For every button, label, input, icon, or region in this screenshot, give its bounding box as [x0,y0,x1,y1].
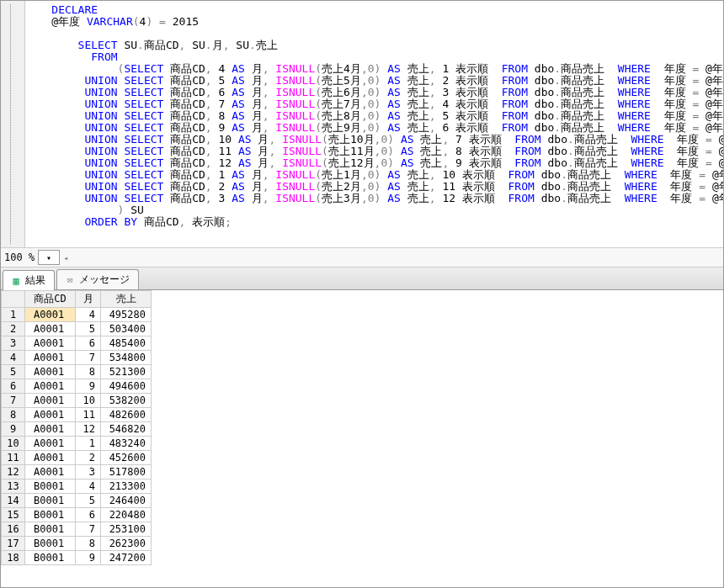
cell-rownum[interactable]: 10 [2,437,25,451]
cell-month[interactable]: 9 [76,551,101,565]
cell-sales[interactable]: 262300 [101,537,152,551]
cell-rownum[interactable]: 15 [2,508,25,522]
cell-rownum[interactable]: 2 [2,322,25,336]
cell-rownum[interactable]: 4 [2,351,25,365]
cell-product[interactable]: A0001 [25,308,76,322]
cell-rownum[interactable]: 9 [2,422,25,437]
cell-rownum[interactable]: 16 [2,522,25,537]
cell-rownum[interactable]: 7 [2,394,25,408]
cell-sales[interactable]: 220480 [101,508,152,522]
zoom-dropdown[interactable]: ▾ [38,250,60,265]
cell-sales[interactable]: 517800 [101,465,152,479]
cell-month[interactable]: 4 [76,479,101,494]
cell-month[interactable]: 8 [76,537,101,551]
cell-month[interactable]: 12 [76,422,101,437]
table-row[interactable]: 3A00016485400 [2,336,152,351]
cell-sales[interactable]: 546820 [101,422,152,437]
cell-sales[interactable]: 485400 [101,336,152,351]
table-row[interactable]: 6A00019494600 [2,379,152,394]
cell-month[interactable]: 4 [76,308,101,322]
col-month[interactable]: 月 [76,291,101,308]
cell-rownum[interactable]: 1 [2,308,25,322]
cell-sales[interactable]: 247200 [101,551,152,565]
col-rownum[interactable] [2,291,25,308]
cell-product[interactable]: B0001 [25,537,76,551]
cell-product[interactable]: A0001 [25,465,76,479]
col-product[interactable]: 商品CD [25,291,76,308]
cell-sales[interactable]: 253100 [101,522,152,537]
table-row[interactable]: 8A000111482600 [2,408,152,422]
cell-product[interactable]: A0001 [25,437,76,451]
cell-month[interactable]: 7 [76,522,101,537]
table-row[interactable]: 16B00017253100 [2,522,152,537]
table-row[interactable]: 9A000112546820 [2,422,152,437]
table-row[interactable]: 10A00011483240 [2,437,152,451]
cell-sales[interactable]: 503400 [101,322,152,336]
cell-sales[interactable]: 483240 [101,437,152,451]
cell-month[interactable]: 8 [76,365,101,379]
cell-sales[interactable]: 534800 [101,351,152,365]
cell-rownum[interactable]: 13 [2,479,25,494]
cell-product[interactable]: A0001 [25,336,76,351]
cell-month[interactable]: 5 [76,322,101,336]
table-row[interactable]: 14B00015246400 [2,494,152,508]
cell-product[interactable]: B0001 [25,551,76,565]
table-row[interactable]: 1A00014495280 [2,308,152,322]
cell-product[interactable]: A0001 [25,422,76,437]
cell-month[interactable]: 9 [76,379,101,394]
cell-rownum[interactable]: 8 [2,408,25,422]
cell-sales[interactable]: 452600 [101,451,152,465]
col-sales[interactable]: 売上 [101,291,152,308]
results-grid[interactable]: 商品CD 月 売上 1A000144952802A000155034003A00… [1,290,152,565]
cell-month[interactable]: 6 [76,508,101,522]
cell-rownum[interactable]: 11 [2,451,25,465]
cell-sales[interactable]: 213300 [101,479,152,494]
cell-product[interactable]: A0001 [25,394,76,408]
cell-rownum[interactable]: 18 [2,551,25,565]
cell-month[interactable]: 10 [76,394,101,408]
cell-product[interactable]: A0001 [25,451,76,465]
cell-month[interactable]: 6 [76,336,101,351]
cell-product[interactable]: B0001 [25,494,76,508]
table-row[interactable]: 5A00018521300 [2,365,152,379]
cell-product[interactable]: B0001 [25,508,76,522]
zoom-left-icon[interactable]: ◂ [63,253,68,262]
table-row[interactable]: 13B00014213300 [2,479,152,494]
cell-sales[interactable]: 521300 [101,365,152,379]
cell-rownum[interactable]: 5 [2,365,25,379]
cell-month[interactable]: 2 [76,451,101,465]
sql-code-area[interactable]: DECLARE @年度 VARCHAR(4) = 2015 SELECT SU.… [25,1,723,247]
cell-month[interactable]: 5 [76,494,101,508]
cell-rownum[interactable]: 3 [2,336,25,351]
cell-rownum[interactable]: 12 [2,465,25,479]
table-row[interactable]: 18B00019247200 [2,551,152,565]
cell-product[interactable]: A0001 [25,322,76,336]
cell-sales[interactable]: 246400 [101,494,152,508]
cell-rownum[interactable]: 17 [2,537,25,551]
cell-product[interactable]: A0001 [25,379,76,394]
cell-rownum[interactable]: 6 [2,379,25,394]
cell-product[interactable]: A0001 [25,351,76,365]
tab-messages[interactable]: ✉ メッセージ [56,269,139,289]
cell-sales[interactable]: 495280 [101,308,152,322]
cell-month[interactable]: 7 [76,351,101,365]
table-row[interactable]: 4A00017534800 [2,351,152,365]
table-row[interactable]: 2A00015503400 [2,322,152,336]
table-row[interactable]: 17B00018262300 [2,537,152,551]
cell-sales[interactable]: 538200 [101,394,152,408]
cell-rownum[interactable]: 14 [2,494,25,508]
cell-month[interactable]: 1 [76,437,101,451]
cell-month[interactable]: 11 [76,408,101,422]
cell-sales[interactable]: 482600 [101,408,152,422]
cell-sales[interactable]: 494600 [101,379,152,394]
table-row[interactable]: 15B00016220480 [2,508,152,522]
cell-month[interactable]: 3 [76,465,101,479]
table-row[interactable]: 11A00012452600 [2,451,152,465]
cell-product[interactable]: A0001 [25,408,76,422]
cell-product[interactable]: A0001 [25,365,76,379]
cell-product[interactable]: B0001 [25,479,76,494]
tab-results[interactable]: ▦ 結果 [3,270,55,290]
table-row[interactable]: 12A00013517800 [2,465,152,479]
cell-product[interactable]: B0001 [25,522,76,537]
table-row[interactable]: 7A000110538200 [2,394,152,408]
